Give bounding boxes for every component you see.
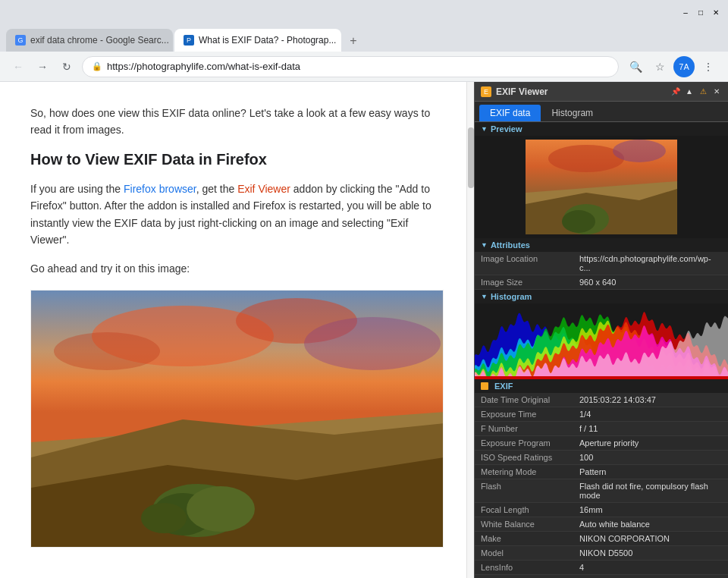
back-button[interactable]: ← bbox=[9, 58, 27, 76]
firefox-link[interactable]: Firefox browser bbox=[124, 183, 196, 195]
svg-point-14 bbox=[613, 140, 666, 162]
exif-section-header[interactable]: EXIF bbox=[475, 379, 728, 393]
exif-label-10: Model bbox=[481, 548, 579, 558]
page-image bbox=[30, 290, 444, 548]
tab-histogram[interactable]: Histogram bbox=[541, 105, 604, 121]
tab2-label: What is EXIF Data? - Photograp... bbox=[199, 35, 336, 46]
histogram-section-header[interactable]: ▼ Histogram bbox=[475, 290, 728, 303]
exif-value-2: f / 11 bbox=[579, 424, 722, 433]
exif-titlebar: E EXIF Viewer 📌 ▲ ⚠ ✕ bbox=[475, 82, 728, 102]
exif-rows: Date Time Original2015:03:22 14:03:47Exp… bbox=[475, 393, 728, 578]
exif-title: EXIF Viewer bbox=[496, 86, 666, 97]
exif-row-10: ModelNIKON D5500 bbox=[475, 546, 728, 561]
scrollbar-thumb[interactable] bbox=[468, 127, 474, 188]
svg-point-4 bbox=[304, 317, 441, 370]
svg-point-11 bbox=[141, 503, 187, 533]
alert-icon: ⚠ bbox=[698, 86, 708, 97]
exif-label-7: Focal Length bbox=[481, 505, 579, 514]
tab-1[interactable]: G exif data chrome - Google Searc... ✕ bbox=[6, 29, 173, 52]
toolbar-icons: 🔍 ☆ 7A ⋮ bbox=[625, 56, 719, 77]
svg-point-13 bbox=[548, 145, 624, 172]
exif-preview-area bbox=[475, 136, 728, 238]
exif-label-6: Flash bbox=[481, 482, 579, 500]
exif-label-3: Exposure Program bbox=[481, 438, 579, 448]
tab1-favicon: G bbox=[15, 35, 26, 46]
go-ahead-text: Go ahead and try it on this image: bbox=[30, 260, 436, 277]
exif-tabs: EXIF data Histogram bbox=[475, 102, 728, 122]
tab1-label: exif data chrome - Google Searc... bbox=[30, 35, 169, 46]
exif-value-6: Flash did not fire, compulsory flash mod… bbox=[579, 482, 722, 500]
star-icon[interactable]: ☆ bbox=[649, 56, 670, 77]
exif-value-1: 1/4 bbox=[579, 410, 722, 419]
new-tab-button[interactable]: + bbox=[343, 30, 364, 52]
title-bar: – □ ✕ bbox=[0, 0, 728, 24]
refresh-button[interactable]: ↻ bbox=[58, 58, 76, 76]
exif-label-0: Date Time Original bbox=[481, 395, 579, 404]
pin-button[interactable]: 📌 bbox=[670, 86, 681, 97]
url-text: https://photographylife.com/what-is-exif… bbox=[107, 61, 609, 72]
scrollbar-track[interactable] bbox=[466, 82, 474, 578]
menu-icon[interactable]: ⋮ bbox=[698, 56, 719, 77]
exif-row-4: ISO Speed Ratings100 bbox=[475, 451, 728, 465]
exif-label-4: ISO Speed Ratings bbox=[481, 453, 579, 462]
histogram-label: Histogram bbox=[491, 292, 532, 301]
exif-close-button[interactable]: ✕ bbox=[711, 86, 722, 97]
exif-label-9: Make bbox=[481, 534, 579, 543]
tab-exif-data[interactable]: EXIF data bbox=[479, 105, 541, 121]
exif-value-7: 16mm bbox=[579, 505, 722, 514]
minimize-button[interactable]: – bbox=[679, 6, 692, 18]
attr-value-size: 960 x 640 bbox=[579, 278, 722, 287]
exif-row-9: MakeNIKON CORPORATION bbox=[475, 532, 728, 546]
histogram-arrow: ▼ bbox=[481, 293, 488, 300]
up-button[interactable]: ▲ bbox=[684, 86, 695, 97]
exif-label-1: Exposure Time bbox=[481, 410, 579, 419]
exif-viewer-link[interactable]: Exif Viewer bbox=[237, 183, 290, 195]
exif-row-12: LensModel16.0-28.0 mm f/2.8 bbox=[475, 575, 728, 578]
close-button[interactable]: ✕ bbox=[710, 6, 722, 18]
exif-panel: E EXIF Viewer 📌 ▲ ⚠ ✕ EXIF data Histogra… bbox=[474, 82, 728, 578]
preview-section-header[interactable]: ▼ Preview bbox=[475, 122, 728, 136]
landscape-image bbox=[31, 291, 443, 547]
attributes-arrow: ▼ bbox=[481, 241, 488, 249]
body-part2: , get the bbox=[196, 183, 237, 195]
exif-section-icon bbox=[481, 382, 488, 390]
exif-value-3: Aperture priority bbox=[579, 438, 722, 448]
exif-value-8: Auto white balance bbox=[579, 520, 722, 529]
attr-row-location: Image Location https://cdn.photographyli… bbox=[475, 252, 728, 275]
attr-value-location: https://cdn.photographylife.com/wp-c... bbox=[579, 254, 722, 272]
svg-point-18 bbox=[562, 210, 595, 233]
preview-svg bbox=[526, 140, 677, 234]
exif-row-0: Date Time Original2015:03:22 14:03:47 bbox=[475, 393, 728, 407]
exif-label-5: Metering Mode bbox=[481, 467, 579, 476]
webpage: So, how does one view this EXIF data onl… bbox=[0, 82, 466, 578]
preview-image bbox=[526, 140, 677, 234]
svg-point-3 bbox=[54, 332, 160, 370]
exif-row-6: FlashFlash did not fire, compulsory flas… bbox=[475, 479, 728, 503]
body-part1: If you are using the bbox=[30, 183, 124, 195]
intro-paragraph: So, how does one view this EXIF data onl… bbox=[30, 105, 436, 139]
exif-value-9: NIKON CORPORATION bbox=[579, 534, 722, 543]
attributes-rows: Image Location https://cdn.photographyli… bbox=[475, 252, 728, 290]
profile-icon[interactable]: 7A bbox=[673, 56, 695, 77]
attr-row-size: Image Size 960 x 640 bbox=[475, 275, 728, 290]
attributes-section-header[interactable]: ▼ Attributes bbox=[475, 238, 728, 252]
svg-point-10 bbox=[187, 486, 255, 532]
attr-label-size: Image Size bbox=[481, 278, 579, 287]
attributes-label: Attributes bbox=[491, 240, 530, 250]
exif-title-controls: 📌 ▲ ⚠ ✕ bbox=[670, 86, 722, 97]
window-controls: – □ ✕ bbox=[679, 6, 722, 18]
forward-button[interactable]: → bbox=[33, 58, 52, 76]
maximize-button[interactable]: □ bbox=[695, 6, 707, 18]
exif-body[interactable]: ▼ Preview bbox=[475, 122, 728, 578]
body-paragraph: If you are using the Firefox browser, ge… bbox=[30, 181, 436, 249]
tab-2[interactable]: P What is EXIF Data? - Photograp... ✕ bbox=[174, 29, 341, 52]
histogram-canvas bbox=[475, 303, 728, 379]
exif-label: EXIF bbox=[494, 382, 513, 391]
tab-bar: G exif data chrome - Google Searc... ✕ P… bbox=[0, 24, 728, 52]
search-icon[interactable]: 🔍 bbox=[625, 56, 646, 77]
address-bar: ← → ↻ 🔒 https://photographylife.com/what… bbox=[0, 52, 728, 82]
url-bar[interactable]: 🔒 https://photographylife.com/what-is-ex… bbox=[82, 56, 619, 77]
browser-content: So, how does one view this EXIF data onl… bbox=[0, 82, 728, 578]
browser-frame: – □ ✕ G exif data chrome - Google Searc.… bbox=[0, 0, 728, 578]
main-heading: How to View EXIF Data in Firefox bbox=[30, 151, 436, 168]
